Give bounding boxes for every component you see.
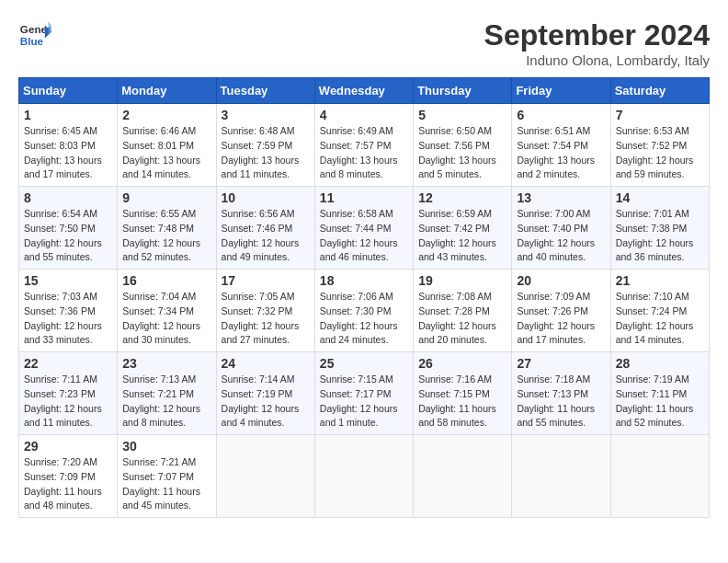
calendar-cell: 15Sunrise: 7:03 AMSunset: 7:36 PMDayligh… bbox=[19, 270, 118, 352]
day-detail: Sunrise: 7:05 AMSunset: 7:32 PMDaylight:… bbox=[222, 290, 310, 348]
header: General Blue September 2024 Induno Olona… bbox=[18, 18, 710, 68]
day-number: 10 bbox=[222, 190, 310, 205]
calendar-cell: 20Sunrise: 7:09 AMSunset: 7:26 PMDayligh… bbox=[512, 270, 610, 352]
calendar-cell bbox=[512, 435, 610, 518]
day-detail: Sunrise: 6:56 AMSunset: 7:46 PMDaylight:… bbox=[222, 207, 310, 265]
calendar-cell: 2Sunrise: 6:46 AMSunset: 8:01 PMDaylight… bbox=[118, 104, 216, 187]
day-number: 26 bbox=[418, 356, 506, 371]
day-detail: Sunrise: 7:13 AMSunset: 7:21 PMDaylight:… bbox=[122, 373, 210, 431]
day-detail: Sunrise: 7:16 AMSunset: 7:15 PMDaylight:… bbox=[418, 373, 506, 431]
day-detail: Sunrise: 7:21 AMSunset: 7:07 PMDaylight:… bbox=[122, 455, 210, 513]
calendar-cell: 12Sunrise: 6:59 AMSunset: 7:42 PMDayligh… bbox=[414, 187, 512, 270]
calendar-cell: 13Sunrise: 7:00 AMSunset: 7:40 PMDayligh… bbox=[512, 187, 610, 270]
day-number: 18 bbox=[320, 273, 408, 288]
day-number: 24 bbox=[222, 356, 310, 371]
day-number: 27 bbox=[517, 356, 605, 371]
day-number: 20 bbox=[517, 273, 605, 288]
day-detail: Sunrise: 6:50 AMSunset: 7:56 PMDaylight:… bbox=[418, 124, 506, 182]
day-detail: Sunrise: 7:01 AMSunset: 7:38 PMDaylight:… bbox=[616, 207, 704, 265]
col-header-sunday: Sunday bbox=[19, 78, 118, 104]
day-detail: Sunrise: 7:04 AMSunset: 7:34 PMDaylight:… bbox=[122, 290, 210, 348]
day-number: 25 bbox=[320, 356, 408, 371]
day-number: 16 bbox=[122, 273, 210, 288]
day-number: 1 bbox=[24, 108, 112, 122]
day-detail: Sunrise: 7:06 AMSunset: 7:30 PMDaylight:… bbox=[320, 290, 408, 348]
calendar-cell: 5Sunrise: 6:50 AMSunset: 7:56 PMDaylight… bbox=[414, 104, 512, 187]
day-detail: Sunrise: 7:15 AMSunset: 7:17 PMDaylight:… bbox=[320, 373, 408, 431]
day-number: 13 bbox=[517, 190, 605, 205]
calendar-cell: 29Sunrise: 7:20 AMSunset: 7:09 PMDayligh… bbox=[19, 435, 118, 518]
week-row-4: 22Sunrise: 7:11 AMSunset: 7:23 PMDayligh… bbox=[19, 352, 710, 435]
calendar-cell: 16Sunrise: 7:04 AMSunset: 7:34 PMDayligh… bbox=[118, 270, 216, 352]
day-number: 4 bbox=[320, 108, 408, 122]
week-row-3: 15Sunrise: 7:03 AMSunset: 7:36 PMDayligh… bbox=[19, 270, 710, 352]
day-detail: Sunrise: 7:08 AMSunset: 7:28 PMDaylight:… bbox=[418, 290, 506, 348]
calendar-cell: 30Sunrise: 7:21 AMSunset: 7:07 PMDayligh… bbox=[118, 435, 216, 518]
day-detail: Sunrise: 6:53 AMSunset: 7:52 PMDaylight:… bbox=[616, 124, 704, 182]
day-number: 3 bbox=[222, 108, 310, 122]
calendar-cell: 8Sunrise: 6:54 AMSunset: 7:50 PMDaylight… bbox=[19, 187, 118, 270]
calendar-cell: 6Sunrise: 6:51 AMSunset: 7:54 PMDaylight… bbox=[512, 104, 610, 187]
day-detail: Sunrise: 7:10 AMSunset: 7:24 PMDaylight:… bbox=[616, 290, 704, 348]
day-number: 17 bbox=[222, 273, 310, 288]
day-number: 8 bbox=[24, 190, 112, 205]
day-detail: Sunrise: 6:49 AMSunset: 7:57 PMDaylight:… bbox=[320, 124, 408, 182]
day-detail: Sunrise: 7:03 AMSunset: 7:36 PMDaylight:… bbox=[24, 290, 112, 348]
calendar-cell bbox=[610, 435, 709, 518]
calendar-cell: 23Sunrise: 7:13 AMSunset: 7:21 PMDayligh… bbox=[118, 352, 216, 435]
day-number: 6 bbox=[517, 108, 605, 122]
day-detail: Sunrise: 7:20 AMSunset: 7:09 PMDaylight:… bbox=[24, 455, 112, 513]
col-header-friday: Friday bbox=[512, 78, 610, 104]
day-number: 7 bbox=[616, 108, 704, 122]
day-detail: Sunrise: 7:09 AMSunset: 7:26 PMDaylight:… bbox=[517, 290, 605, 348]
calendar-cell: 22Sunrise: 7:11 AMSunset: 7:23 PMDayligh… bbox=[19, 352, 118, 435]
day-number: 28 bbox=[616, 356, 704, 371]
week-row-5: 29Sunrise: 7:20 AMSunset: 7:09 PMDayligh… bbox=[19, 435, 710, 518]
calendar-cell: 14Sunrise: 7:01 AMSunset: 7:38 PMDayligh… bbox=[610, 187, 709, 270]
day-detail: Sunrise: 6:59 AMSunset: 7:42 PMDaylight:… bbox=[418, 207, 506, 265]
col-header-thursday: Thursday bbox=[414, 78, 512, 104]
day-detail: Sunrise: 6:51 AMSunset: 7:54 PMDaylight:… bbox=[517, 124, 605, 182]
day-number: 5 bbox=[418, 108, 506, 122]
calendar-cell: 28Sunrise: 7:19 AMSunset: 7:11 PMDayligh… bbox=[610, 352, 709, 435]
day-number: 30 bbox=[122, 439, 210, 454]
day-detail: Sunrise: 6:46 AMSunset: 8:01 PMDaylight:… bbox=[122, 124, 210, 182]
day-detail: Sunrise: 6:54 AMSunset: 7:50 PMDaylight:… bbox=[24, 207, 112, 265]
calendar-cell: 11Sunrise: 6:58 AMSunset: 7:44 PMDayligh… bbox=[314, 187, 413, 270]
logo-icon: General Blue bbox=[18, 18, 51, 52]
day-detail: Sunrise: 6:58 AMSunset: 7:44 PMDaylight:… bbox=[320, 207, 408, 265]
calendar-cell: 25Sunrise: 7:15 AMSunset: 7:17 PMDayligh… bbox=[314, 352, 413, 435]
week-row-2: 8Sunrise: 6:54 AMSunset: 7:50 PMDaylight… bbox=[19, 187, 710, 270]
svg-text:Blue: Blue bbox=[20, 35, 44, 47]
col-header-saturday: Saturday bbox=[610, 78, 709, 104]
calendar-cell bbox=[414, 435, 512, 518]
calendar-cell: 24Sunrise: 7:14 AMSunset: 7:19 PMDayligh… bbox=[216, 352, 314, 435]
main-title: September 2024 bbox=[484, 18, 710, 52]
week-row-1: 1Sunrise: 6:45 AMSunset: 8:03 PMDaylight… bbox=[19, 104, 710, 187]
calendar-cell bbox=[314, 435, 413, 518]
day-number: 22 bbox=[24, 356, 112, 371]
header-row: SundayMondayTuesdayWednesdayThursdayFrid… bbox=[19, 78, 710, 104]
logo: General Blue bbox=[18, 18, 51, 52]
calendar-table: SundayMondayTuesdayWednesdayThursdayFrid… bbox=[18, 77, 710, 518]
calendar-cell bbox=[216, 435, 314, 518]
calendar-cell: 3Sunrise: 6:48 AMSunset: 7:59 PMDaylight… bbox=[216, 104, 314, 187]
day-number: 9 bbox=[122, 190, 210, 205]
calendar-cell: 19Sunrise: 7:08 AMSunset: 7:28 PMDayligh… bbox=[414, 270, 512, 352]
calendar-cell: 27Sunrise: 7:18 AMSunset: 7:13 PMDayligh… bbox=[512, 352, 610, 435]
title-area: September 2024 Induno Olona, Lombardy, I… bbox=[484, 18, 710, 68]
col-header-monday: Monday bbox=[118, 78, 216, 104]
day-number: 2 bbox=[122, 108, 210, 122]
calendar-cell: 18Sunrise: 7:06 AMSunset: 7:30 PMDayligh… bbox=[314, 270, 413, 352]
day-detail: Sunrise: 6:45 AMSunset: 8:03 PMDaylight:… bbox=[24, 124, 112, 182]
calendar-cell: 9Sunrise: 6:55 AMSunset: 7:48 PMDaylight… bbox=[118, 187, 216, 270]
calendar-cell: 17Sunrise: 7:05 AMSunset: 7:32 PMDayligh… bbox=[216, 270, 314, 352]
day-detail: Sunrise: 7:11 AMSunset: 7:23 PMDaylight:… bbox=[24, 373, 112, 431]
calendar-cell: 7Sunrise: 6:53 AMSunset: 7:52 PMDaylight… bbox=[610, 104, 709, 187]
day-number: 12 bbox=[418, 190, 506, 205]
subtitle: Induno Olona, Lombardy, Italy bbox=[484, 52, 710, 68]
day-number: 21 bbox=[616, 273, 704, 288]
day-detail: Sunrise: 7:18 AMSunset: 7:13 PMDaylight:… bbox=[517, 373, 605, 431]
day-detail: Sunrise: 6:55 AMSunset: 7:48 PMDaylight:… bbox=[122, 207, 210, 265]
calendar-cell: 4Sunrise: 6:49 AMSunset: 7:57 PMDaylight… bbox=[314, 104, 413, 187]
